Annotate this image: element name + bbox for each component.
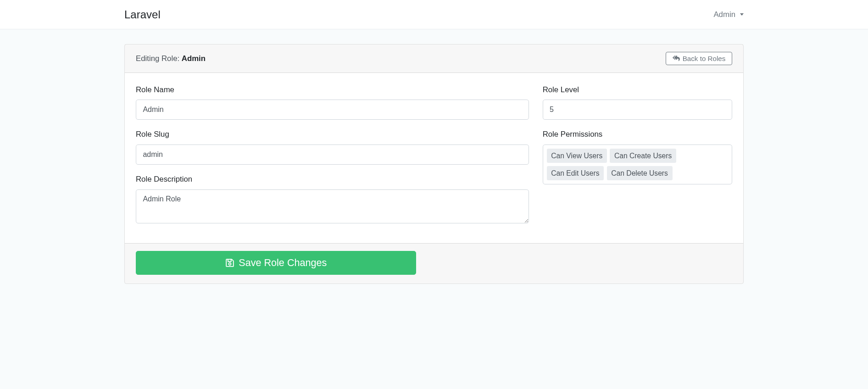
navbar: Laravel Admin bbox=[0, 0, 868, 29]
reply-all-icon bbox=[673, 55, 680, 61]
save-button-label: Save Role Changes bbox=[239, 257, 327, 269]
role-name-input[interactable] bbox=[136, 100, 529, 120]
card-title: Editing Role: Admin bbox=[136, 53, 206, 64]
back-to-roles-button[interactable]: Back to Roles bbox=[666, 52, 732, 65]
role-name-label: Role Name bbox=[136, 84, 529, 95]
role-permissions-select[interactable]: Can View Users Can Create Users Can Edit… bbox=[543, 144, 732, 184]
role-perms-label: Role Permissions bbox=[543, 128, 732, 140]
brand-link[interactable]: Laravel bbox=[124, 6, 161, 23]
role-level-input[interactable] bbox=[543, 100, 732, 120]
permission-tag[interactable]: Can Delete Users bbox=[607, 166, 673, 181]
chevron-down-icon bbox=[740, 13, 744, 16]
save-role-button[interactable]: Save Role Changes bbox=[136, 251, 416, 275]
save-icon bbox=[225, 258, 234, 267]
role-level-label: Role Level bbox=[543, 84, 732, 95]
page-background: Editing Role: Admin Back to Roles Role N… bbox=[0, 29, 868, 389]
role-desc-label: Role Description bbox=[136, 173, 529, 185]
role-edit-card: Editing Role: Admin Back to Roles Role N… bbox=[124, 44, 744, 284]
permission-tag[interactable]: Can Create Users bbox=[610, 149, 676, 163]
card-footer: Save Role Changes bbox=[125, 243, 743, 283]
role-slug-label: Role Slug bbox=[136, 128, 529, 140]
role-slug-input[interactable] bbox=[136, 144, 529, 165]
card-header: Editing Role: Admin Back to Roles bbox=[125, 44, 743, 73]
user-menu-dropdown[interactable]: Admin bbox=[713, 9, 744, 20]
permission-tag[interactable]: Can View Users bbox=[547, 149, 607, 163]
permission-tag[interactable]: Can Edit Users bbox=[547, 166, 604, 181]
card-title-prefix: Editing Role: bbox=[136, 54, 182, 63]
card-body: Role Name Role Slug Role Description bbox=[125, 73, 743, 243]
back-button-label: Back to Roles bbox=[683, 55, 726, 62]
user-name-label: Admin bbox=[713, 9, 735, 20]
role-desc-textarea[interactable] bbox=[136, 189, 529, 223]
card-title-role: Admin bbox=[182, 54, 206, 63]
